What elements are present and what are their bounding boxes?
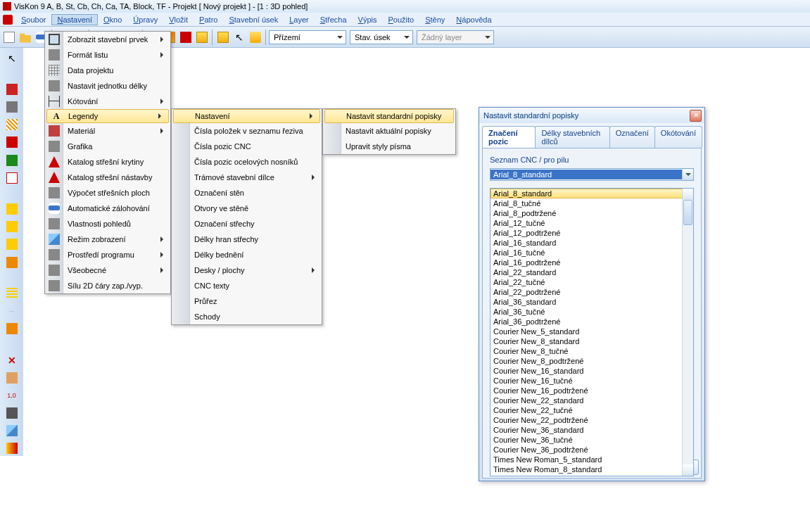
menu-item[interactable]: Čísla pozic CNC bbox=[172, 139, 322, 154]
tool-icon[interactable] bbox=[4, 424, 20, 438]
menu-item[interactable]: Kótování bbox=[45, 94, 170, 109]
font-option[interactable]: Arial_36_podtržené bbox=[491, 317, 693, 327]
menu-stěny[interactable]: Stěny bbox=[419, 14, 450, 25]
tool-icon[interactable] bbox=[4, 118, 20, 132]
menu-nastavení[interactable]: Nastavení bbox=[51, 14, 98, 25]
menu-item[interactable]: Materiál bbox=[45, 123, 170, 139]
font-option[interactable]: Arial_22_podtržené bbox=[491, 287, 693, 297]
menu-úpravy[interactable]: Úpravy bbox=[127, 14, 163, 25]
font-option[interactable]: Courier New_22_standard bbox=[491, 395, 693, 405]
font-option[interactable]: Courier New_8_podtržené bbox=[491, 356, 693, 366]
section-combo[interactable]: Stav. úsek bbox=[350, 30, 413, 44]
menu-patro[interactable]: Patro bbox=[194, 14, 223, 25]
scroll-thumb[interactable] bbox=[683, 200, 692, 225]
menu-soubor[interactable]: Soubor bbox=[15, 14, 51, 25]
font-option[interactable]: Arial_22_standard bbox=[491, 267, 693, 277]
new-file-button[interactable] bbox=[1, 30, 17, 45]
house-icon[interactable] bbox=[4, 170, 20, 185]
font-option[interactable]: Arial_16_tučné bbox=[491, 248, 693, 258]
menu-item[interactable]: Označení střechy bbox=[172, 216, 322, 232]
tool-icon[interactable] bbox=[4, 237, 20, 252]
font-option[interactable]: Courier New_36_tučné bbox=[491, 435, 693, 445]
font-option[interactable]: Courier New_22_podtržené bbox=[491, 415, 693, 425]
tool-icon[interactable] bbox=[4, 255, 20, 270]
dim-icon[interactable]: 1,0 bbox=[4, 388, 20, 403]
menu-item[interactable]: Nastavení bbox=[173, 109, 320, 123]
tab-3[interactable]: Okótování bbox=[654, 126, 702, 148]
font-option[interactable]: Courier New_36_podtržené bbox=[491, 445, 693, 455]
tool-icon[interactable] bbox=[4, 406, 20, 421]
dropdown-arrow-icon[interactable] bbox=[682, 169, 693, 180]
menu-vložit[interactable]: Vložit bbox=[163, 14, 194, 25]
close-button[interactable]: ✕ bbox=[690, 110, 702, 122]
tool-red[interactable] bbox=[178, 30, 194, 45]
font-option[interactable]: Courier New_16_tučné bbox=[491, 376, 693, 386]
font-option[interactable]: Times New Roman_5_standard bbox=[491, 455, 693, 464]
font-option[interactable]: Arial_12_podtržené bbox=[491, 228, 693, 238]
menu-item[interactable]: Katalog střešní krytiny bbox=[45, 154, 170, 170]
font-option[interactable]: Arial_8_podtržené bbox=[491, 208, 693, 218]
menu-item[interactable]: Všeobecné bbox=[45, 262, 170, 278]
font-option[interactable]: Arial_8_standard bbox=[491, 189, 693, 198]
tool-icon[interactable] bbox=[4, 135, 20, 150]
tool-icon[interactable] bbox=[4, 441, 20, 456]
tool-icon[interactable] bbox=[4, 322, 20, 336]
font-option[interactable]: Courier New_36_standard bbox=[491, 425, 693, 435]
menu-stavební úsek[interactable]: Stavební úsek bbox=[223, 14, 284, 25]
scroll-up-icon[interactable] bbox=[683, 189, 693, 200]
font-option[interactable]: Courier New_16_podtržené bbox=[491, 386, 693, 395]
scroll-down-icon[interactable] bbox=[683, 464, 693, 476]
font-combo[interactable]: Arial_8_standard bbox=[490, 168, 694, 181]
font-option[interactable]: Arial_16_standard bbox=[491, 238, 693, 248]
menu-item[interactable]: Desky / plochy bbox=[172, 262, 322, 278]
scrollbar[interactable] bbox=[682, 189, 693, 476]
font-option[interactable]: Times New Roman_8_tučné bbox=[491, 474, 693, 476]
menu-použito[interactable]: Použito bbox=[383, 14, 420, 25]
menu-item[interactable]: Čísla pozic ocelových nosníků bbox=[172, 154, 322, 170]
menu-item[interactable]: ALegendy bbox=[46, 109, 169, 123]
font-option[interactable]: Arial_36_standard bbox=[491, 297, 693, 307]
dialog-titlebar[interactable]: Nastavit standardní popisky ✕ bbox=[479, 108, 704, 123]
tool-icon[interactable] bbox=[4, 100, 20, 115]
line-icon[interactable]: ···· bbox=[4, 304, 20, 319]
font-option[interactable]: Arial_12_tučné bbox=[491, 218, 693, 228]
menu-výpis[interactable]: Výpis bbox=[353, 14, 383, 25]
font-option[interactable]: Arial_22_tučné bbox=[491, 277, 693, 287]
font-option[interactable]: Arial_36_tučné bbox=[491, 307, 693, 317]
font-option[interactable]: Arial_8_tučné bbox=[491, 198, 693, 208]
font-option[interactable]: Times New Roman_8_standard bbox=[491, 464, 693, 474]
tab-0[interactable]: Značení pozic bbox=[482, 126, 536, 148]
menu-střecha[interactable]: Střecha bbox=[315, 14, 353, 25]
menu-item[interactable]: Délky hran střechy bbox=[172, 232, 322, 247]
tab-2[interactable]: Označení bbox=[609, 126, 655, 148]
menu-item[interactable]: Prostředí programu bbox=[45, 247, 170, 262]
menu-item[interactable]: Schody bbox=[172, 309, 322, 324]
open-file-button[interactable] bbox=[18, 30, 33, 45]
menu-item[interactable]: Automatické zálohování bbox=[45, 201, 170, 216]
tool-yellow-4[interactable] bbox=[215, 30, 231, 45]
delete-icon[interactable]: ✕ bbox=[4, 353, 20, 367]
font-option[interactable]: Courier New_5_standard bbox=[491, 327, 693, 336]
font-option[interactable]: Courier New_16_standard bbox=[491, 366, 693, 376]
menu-item[interactable]: Označení stěn bbox=[172, 185, 322, 201]
floor-combo[interactable]: Přízemí bbox=[269, 30, 346, 44]
tool-icon[interactable] bbox=[4, 82, 20, 96]
font-option[interactable]: Arial_16_podtržené bbox=[491, 258, 693, 267]
font-option[interactable]: Courier New_22_tučné bbox=[491, 405, 693, 415]
menu-nápověda[interactable]: Nápověda bbox=[450, 14, 497, 25]
pointer-tool[interactable]: ↖ bbox=[232, 30, 247, 45]
menu-okno[interactable]: Okno bbox=[98, 14, 127, 25]
menu-item[interactable]: Trámové stavební dílce bbox=[172, 170, 322, 185]
font-options-listbox[interactable]: Arial_8_standardArial_8_tučnéArial_8_pod… bbox=[490, 188, 694, 476]
menu-item[interactable]: Délky bednění bbox=[172, 247, 322, 262]
menu-item[interactable]: Katalog střešní nástavby bbox=[45, 170, 170, 185]
menu-item[interactable]: Nastavit jednotku délky bbox=[45, 78, 170, 94]
menu-item[interactable]: Výpočet střešních ploch bbox=[45, 185, 170, 201]
tool-icon[interactable] bbox=[4, 370, 20, 385]
font-option[interactable]: Courier New_8_tučné bbox=[491, 346, 693, 356]
menu-item[interactable]: Zobrazit stavební prvek bbox=[45, 32, 170, 47]
menu-item[interactable]: Čísla položek v seznamu řeziva bbox=[172, 123, 322, 139]
pointer-icon[interactable]: ↖ bbox=[4, 51, 20, 65]
font-option[interactable]: Courier New_8_standard bbox=[491, 336, 693, 346]
menu-item[interactable]: Otvory ve stěně bbox=[172, 201, 322, 216]
